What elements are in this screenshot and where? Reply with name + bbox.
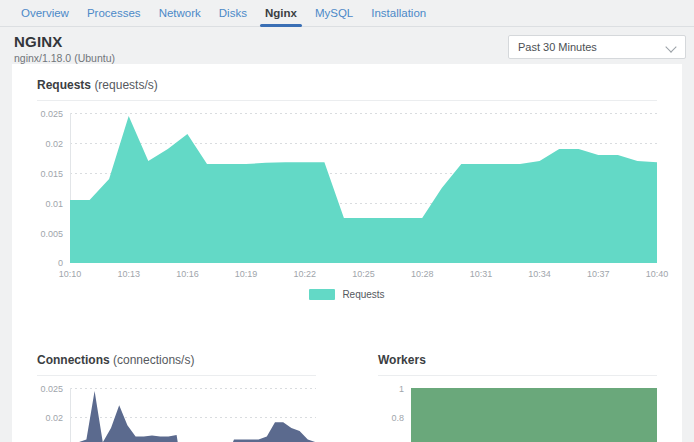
workers-chart-title: Workers xyxy=(365,353,670,367)
divider xyxy=(37,100,657,101)
y-axis-tick-label: 1 xyxy=(378,383,404,395)
requests-chart-title-text: Requests xyxy=(37,78,91,92)
area-chart-svg xyxy=(411,388,657,442)
top-tab-bar: Overview Processes Network Disks Nginx M… xyxy=(0,0,694,27)
requests-x-axis-labels: 10:1010:1310:1610:1910:2210:2510:2810:31… xyxy=(37,267,657,283)
time-range-value: Past 30 Minutes xyxy=(518,41,597,53)
requests-chart-title: Requests (requests/s) xyxy=(24,78,670,92)
requests-chart-unit: (requests/s) xyxy=(94,78,157,92)
x-axis-tick-label: 10:37 xyxy=(587,269,610,279)
charts-panel: Requests (requests/s) 0.0250.020.0150.01… xyxy=(12,64,682,442)
connections-chart-title: Connections (connections/s) xyxy=(24,353,329,367)
area-chart-svg xyxy=(70,388,316,442)
requests-chart-plot[interactable]: 0.0250.020.0150.010.0050 xyxy=(37,113,657,263)
y-axis-tick-label: 0.015 xyxy=(37,168,63,180)
x-axis-tick-label: 10:19 xyxy=(235,269,258,279)
page-header: NGINX nginx/1.18.0 (Ubuntu) Past 30 Minu… xyxy=(0,27,694,64)
connections-chart-block: Connections (connections/s) 0.0250.020.0… xyxy=(24,353,329,442)
area-chart-svg xyxy=(70,113,657,263)
time-range-select[interactable]: Past 30 Minutes xyxy=(508,35,686,59)
x-axis-tick-label: 10:28 xyxy=(411,269,434,279)
connections-chart-title-text: Connections xyxy=(37,353,110,367)
requests-legend: Requests xyxy=(24,287,670,301)
y-axis-tick-label: 0.8 xyxy=(378,412,404,424)
requests-legend-swatch xyxy=(309,289,335,300)
x-axis-tick-label: 10:22 xyxy=(294,269,317,279)
x-axis-tick-label: 10:31 xyxy=(470,269,493,279)
x-axis-tick-label: 10:40 xyxy=(646,269,669,279)
y-axis-tick-label: 0.02 xyxy=(37,412,63,424)
x-axis-tick-label: 10:13 xyxy=(117,269,140,279)
x-axis-tick-label: 10:10 xyxy=(59,269,82,279)
divider xyxy=(37,375,316,376)
y-axis-tick-label: 0.005 xyxy=(37,228,63,240)
x-axis-tick-label: 10:16 xyxy=(176,269,199,279)
tab-network[interactable]: Network xyxy=(150,0,210,26)
x-axis-tick-label: 10:25 xyxy=(352,269,375,279)
workers-chart-plot[interactable]: 10.80.60.40.20 xyxy=(378,388,657,442)
y-axis-tick-label: 0.025 xyxy=(37,383,63,395)
bottom-charts-row: Connections (connections/s) 0.0250.020.0… xyxy=(24,353,670,442)
connections-chart-plot[interactable]: 0.0250.020.0150.010.0050 xyxy=(37,388,316,442)
x-axis-tick-label: 10:34 xyxy=(528,269,551,279)
workers-chart-block: Workers 10.80.60.40.20 xyxy=(365,353,670,442)
y-axis-tick-label: 0.02 xyxy=(37,138,63,150)
divider xyxy=(378,375,657,376)
tab-mysql[interactable]: MySQL xyxy=(306,0,362,26)
workers-chart-title-text: Workers xyxy=(378,353,426,367)
tab-installation[interactable]: Installation xyxy=(362,0,435,26)
tab-disks[interactable]: Disks xyxy=(210,0,256,26)
tab-overview[interactable]: Overview xyxy=(12,0,78,26)
requests-chart-block: Requests (requests/s) 0.0250.020.0150.01… xyxy=(24,78,670,301)
y-axis-tick-label: 0.01 xyxy=(37,198,63,210)
chevron-down-icon xyxy=(667,41,676,50)
y-axis-tick-label: 0.025 xyxy=(37,108,63,120)
tab-nginx[interactable]: Nginx xyxy=(256,0,306,26)
requests-legend-label: Requests xyxy=(342,289,384,300)
tab-processes[interactable]: Processes xyxy=(78,0,150,26)
connections-chart-unit: (connections/s) xyxy=(113,353,194,367)
